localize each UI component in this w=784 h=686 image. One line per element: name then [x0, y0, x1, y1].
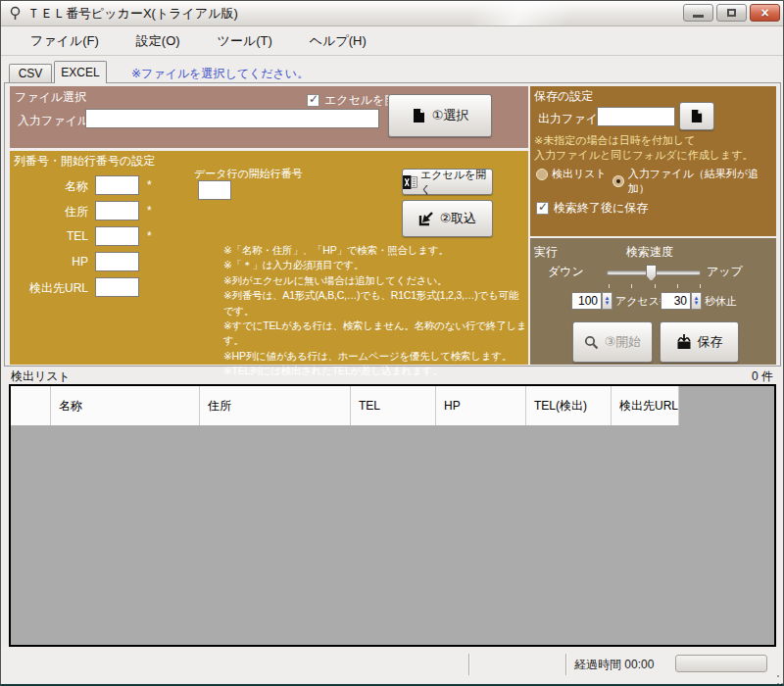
field-hp-label: HP [10, 255, 88, 269]
status-bar: 経過時間 00:00 [1, 647, 783, 682]
save-settings-title: 保存の設定 [534, 88, 593, 105]
menu-tools[interactable]: ツール(T) [214, 29, 276, 53]
field-name-label: 名称 [10, 178, 88, 195]
select-file-button-label: ①選択 [432, 107, 469, 124]
file-select-panel: ファイル選択 ✓ エクセルを開く 入力ファイル ①選択 [10, 86, 528, 148]
menu-file[interactable]: ファイル(F) [26, 29, 103, 53]
excel-tab-page: ファイル選択 ✓ エクセルを開く 入力ファイル ①選択 列番号・開始行番号の設定… [4, 82, 781, 367]
radio-detect-list[interactable]: 検出リスト [536, 167, 607, 181]
access-count-field[interactable] [571, 292, 602, 310]
save-button-label: 保存 [698, 333, 723, 351]
note-line: ※列番号は、A1形式(A,B,C,…)でも、R1C1形式(1,2,3,…)でも可… [223, 288, 527, 318]
window-title: ＴＥＬ番号ピッカーX(トライアル版) [27, 5, 238, 23]
pause-seconds-spinner[interactable]: ▲ ▼ [691, 292, 702, 310]
save-after-search-label: 検索終了後に保存 [554, 200, 648, 217]
column-settings-notes: ※「名称・住所」、「HP」で検索・照合します。 ※「＊」は入力必須項目です。 ※… [223, 243, 527, 379]
menu-bar: ファイル(F) 設定(O) ツール(T) ヘルプ(H) [1, 27, 783, 56]
note-line: ※すでにTELがある行は、検索しません。名称のない行で終了します。 [223, 318, 527, 349]
column-settings-title: 列番号・開始行番号の設定 [14, 153, 155, 170]
pause-seconds-field[interactable] [661, 292, 691, 310]
save-button[interactable]: 保存 [660, 321, 739, 363]
radio-selected-icon [612, 175, 624, 187]
data-row-field[interactable] [198, 180, 231, 200]
column-header-tel-detected[interactable]: TEL(検出) [526, 386, 612, 425]
speed-down-label: ダウン [548, 264, 584, 280]
maximize-icon [727, 9, 736, 17]
detect-list-header: 名称 住所 TEL HP TEL(検出) 検出先URL [11, 386, 774, 425]
radio-icon [536, 169, 548, 180]
note-line: ※「＊」は入力必須項目です。 [223, 258, 527, 272]
note-line: ※列がエクセルに無い場合は追加してください。 [223, 273, 527, 288]
elapsed-time-label: 経過時間 00:00 [574, 657, 654, 673]
document-icon [690, 109, 704, 123]
field-name-input[interactable] [95, 175, 139, 195]
progress-bar [675, 655, 767, 672]
open-excel-button-label: エクセルを開く [420, 168, 492, 197]
search-speed-label: 検索速度 [626, 244, 673, 261]
column-header-address[interactable]: 住所 [200, 386, 351, 425]
minimize-button[interactable] [683, 4, 713, 22]
note-line: ※HP列に値がある行は、ホームページを優先して検索します。 [223, 349, 527, 364]
field-hp-input[interactable] [95, 252, 139, 271]
import-button-label: ②取込 [440, 210, 477, 227]
save-settings-panel: 保存の設定 出力ファイル ※未指定の場合は日時を付加して 入力ファイルと同じフォ… [530, 86, 776, 236]
import-button[interactable]: ②取込 [402, 200, 493, 237]
field-url-input[interactable] [95, 277, 139, 297]
check-icon: ✓ [309, 92, 318, 106]
execute-title: 実行 [534, 244, 558, 261]
save-note-1: ※未指定の場合は日時を付加して [534, 133, 696, 148]
field-address-input[interactable] [95, 201, 139, 220]
excel-icon [403, 175, 417, 189]
save-note-2: 入力ファイルと同じフォルダに作成します。 [534, 148, 754, 163]
input-file-field[interactable] [85, 109, 379, 128]
tab-excel[interactable]: EXCEL [54, 61, 107, 83]
spin-down-icon: ▼ [694, 301, 700, 306]
tab-csv[interactable]: CSV [9, 64, 52, 82]
select-file-button[interactable]: ①選択 [388, 94, 492, 137]
minimize-icon [693, 15, 704, 18]
field-url-label: 検出先URL [10, 280, 88, 297]
note-line: ※TEL列には検出されたTELが差し込まれます。 [223, 364, 527, 378]
field-address-label: 住所 [10, 204, 88, 220]
field-tel-input[interactable] [95, 226, 139, 246]
magnifier-icon [584, 335, 599, 350]
field-address-required: * [147, 204, 152, 218]
start-button[interactable]: ③開始 [572, 321, 653, 363]
open-excel-button[interactable]: エクセルを開く [402, 169, 493, 195]
status-divider [468, 654, 470, 675]
file-hint-text: ※ファイルを選択してください。 [131, 66, 309, 82]
column-header-detect-url[interactable]: 検出先URL [612, 386, 679, 425]
title-bar[interactable]: ＴＥＬ番号ピッカーX(トライアル版) × [1, 1, 783, 26]
status-divider [565, 654, 567, 675]
speed-slider-thumb[interactable] [646, 265, 657, 281]
detect-list-count: 0 件 [752, 368, 773, 385]
output-file-field[interactable] [597, 107, 675, 126]
radio-input-file[interactable]: 入力ファイル（結果列が追加） [612, 167, 776, 196]
radio-detect-list-label: 検出リスト [552, 167, 607, 181]
app-icon [9, 6, 22, 21]
input-file-label: 入力ファイル [18, 113, 89, 129]
column-header-name[interactable]: 名称 [51, 386, 200, 425]
resize-grip[interactable] [777, 675, 779, 677]
access-count-spinner[interactable]: ▲ ▼ [602, 292, 612, 310]
data-row-label: データ行の開始行番号 [194, 167, 303, 181]
column-header-tel[interactable]: TEL [351, 386, 436, 425]
field-tel-required: * [147, 229, 152, 243]
field-tel-label: TEL [10, 229, 88, 243]
note-line: ※「名称・住所」、「HP」で検索・照合します。 [223, 243, 527, 258]
save-after-search-checkbox[interactable]: ✓ 検索終了後に保存 [536, 200, 648, 217]
slider-ticks [609, 284, 701, 288]
column-header-selector[interactable] [11, 386, 51, 425]
app-window: ＴＥＬ番号ピッカーX(トライアル版) × ファイル(F) 設定(O) ツール(T… [0, 0, 784, 686]
close-button[interactable]: × [750, 4, 780, 22]
column-header-hp[interactable]: HP [436, 386, 526, 425]
maximize-button[interactable] [716, 4, 747, 22]
start-button-label: ③開始 [605, 333, 642, 351]
document-icon [412, 108, 426, 123]
menu-settings[interactable]: 設定(O) [132, 29, 184, 53]
execute-panel: 実行 検索速度 ダウン アップ ▲ ▼ アクセス毎に ▲ ▼ 秒休止 [530, 238, 776, 365]
close-icon: × [760, 6, 768, 20]
output-file-button[interactable] [679, 102, 714, 130]
speed-up-label: アップ [707, 264, 743, 280]
menu-help[interactable]: ヘルプ(H) [306, 29, 370, 53]
